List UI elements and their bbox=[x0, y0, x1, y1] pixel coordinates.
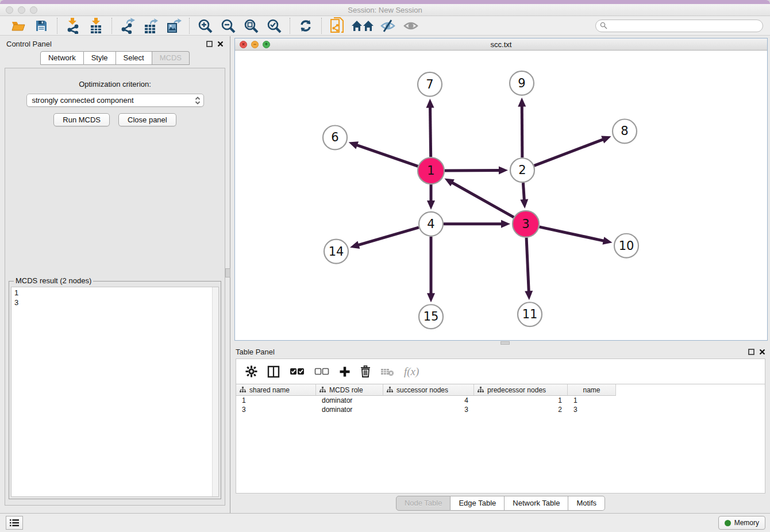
graph-edge[interactable] bbox=[526, 238, 529, 294]
import-network-button[interactable] bbox=[61, 17, 84, 34]
graph-edge[interactable] bbox=[539, 227, 605, 241]
mcds-panel: Optimization criterion: strongly connect… bbox=[5, 68, 225, 506]
column-header-shared-name[interactable]: shared name bbox=[236, 384, 316, 396]
result-scrollbar[interactable] bbox=[212, 287, 218, 496]
graph-edge-arrowhead bbox=[518, 98, 526, 107]
tab-select[interactable]: Select bbox=[116, 51, 152, 65]
memory-button[interactable]: Memory bbox=[718, 516, 765, 530]
graph-node-label: 8 bbox=[621, 124, 628, 138]
graph-edge[interactable] bbox=[430, 106, 430, 157]
table-cell[interactable]: 1 bbox=[236, 396, 316, 405]
graph-edge[interactable] bbox=[357, 228, 419, 245]
refresh-button[interactable] bbox=[294, 17, 317, 34]
horizontal-splitter-grip[interactable] bbox=[500, 341, 510, 345]
tab-edge-table[interactable]: Edge Table bbox=[451, 496, 505, 511]
network-canvas[interactable]: 1234678910111415 bbox=[235, 51, 767, 340]
table-cell[interactable]: 3 bbox=[568, 405, 616, 414]
hide-selected-button[interactable] bbox=[376, 17, 399, 34]
zoom-selected-button[interactable] bbox=[263, 17, 286, 34]
column-header-name[interactable]: name bbox=[568, 384, 616, 396]
network-minimize-button[interactable]: − bbox=[251, 41, 259, 48]
tab-mcds[interactable]: MCDS bbox=[152, 51, 190, 65]
graph-edge[interactable] bbox=[522, 105, 522, 158]
column-visibility-icon[interactable] bbox=[267, 365, 280, 378]
tab-style[interactable]: Style bbox=[84, 51, 116, 65]
column-header-MCDS-role[interactable]: MCDS role bbox=[316, 384, 383, 396]
column-header-successor-nodes[interactable]: successor nodes bbox=[383, 384, 474, 396]
run-mcds-button[interactable]: Run MCDS bbox=[53, 113, 110, 126]
delete-column-trash-icon[interactable] bbox=[360, 365, 371, 377]
close-panel-button[interactable]: Close panel bbox=[118, 113, 176, 126]
network-window-title: scc.txt bbox=[235, 38, 767, 51]
graph-edge[interactable] bbox=[445, 170, 501, 171]
task-history-button[interactable] bbox=[6, 516, 23, 530]
network-window-titlebar[interactable]: × − + scc.txt bbox=[235, 38, 767, 51]
table-cell[interactable]: 2 bbox=[474, 405, 568, 414]
tab-network[interactable]: Network bbox=[40, 51, 84, 65]
close-window-button[interactable] bbox=[6, 6, 13, 14]
optimization-criterion-dropdown[interactable]: strongly connected component bbox=[26, 94, 204, 107]
graph-edge[interactable] bbox=[355, 144, 418, 166]
network-maximize-button[interactable]: + bbox=[263, 41, 270, 48]
minimize-window-button[interactable] bbox=[18, 6, 25, 14]
panel-splitter-grip[interactable] bbox=[225, 268, 230, 277]
export-image-button[interactable] bbox=[162, 17, 185, 34]
titlebar[interactable]: Session: New Session bbox=[0, 4, 770, 16]
zoom-fit-icon bbox=[244, 18, 259, 33]
select-all-rows-icon[interactable] bbox=[290, 368, 305, 376]
export-network-button[interactable] bbox=[116, 17, 139, 34]
tab-network-table[interactable]: Network Table bbox=[505, 496, 568, 511]
graph-edge[interactable] bbox=[523, 183, 524, 202]
search-input[interactable] bbox=[610, 22, 759, 30]
zoom-window-button[interactable] bbox=[30, 6, 37, 14]
zoom-in-button[interactable] bbox=[194, 17, 217, 34]
network-graph[interactable]: 1234678910111415 bbox=[235, 51, 767, 340]
graph-edge[interactable] bbox=[451, 182, 514, 217]
first-neighbors-button[interactable] bbox=[349, 17, 376, 34]
show-all-button[interactable] bbox=[399, 17, 422, 34]
two-houses-icon bbox=[351, 20, 374, 32]
table-cell[interactable]: 3 bbox=[383, 405, 474, 414]
column-header-predecessor-nodes[interactable]: predecessor nodes bbox=[474, 384, 568, 396]
application-window: Session: New Session bbox=[0, 0, 770, 532]
graph-edge-arrowhead bbox=[601, 136, 611, 144]
table-cell[interactable]: dominator bbox=[316, 396, 383, 405]
table-settings-gear-icon[interactable] bbox=[245, 365, 257, 377]
status-bar: Memory bbox=[0, 513, 770, 532]
save-session-button[interactable] bbox=[30, 17, 53, 34]
graph-edge[interactable] bbox=[534, 139, 605, 166]
add-column-icon[interactable] bbox=[339, 366, 351, 377]
close-panel-icon[interactable] bbox=[759, 349, 765, 355]
table-row[interactable]: 3dominator323 bbox=[236, 405, 765, 414]
table-cell[interactable]: 3 bbox=[236, 405, 316, 414]
export-table-button[interactable] bbox=[139, 17, 162, 34]
import-table-button[interactable] bbox=[84, 17, 107, 34]
open-session-button[interactable] bbox=[7, 17, 30, 34]
optimization-criterion-label: Optimization criterion: bbox=[5, 80, 225, 88]
table-cell[interactable]: 1 bbox=[568, 396, 616, 405]
network-close-button[interactable]: × bbox=[240, 41, 247, 48]
zoom-fit-button[interactable] bbox=[240, 17, 263, 34]
search-icon bbox=[600, 22, 607, 29]
close-panel-icon[interactable] bbox=[217, 41, 224, 47]
graph-node-label: 4 bbox=[427, 217, 434, 231]
horizontal-splitter[interactable] bbox=[230, 341, 770, 345]
table-cell[interactable]: 1 bbox=[474, 396, 568, 405]
graph-edge-arrowhead bbox=[349, 141, 359, 149]
deselect-all-rows-icon[interactable] bbox=[314, 368, 329, 376]
mcds-result-textarea[interactable]: 13 bbox=[11, 287, 219, 497]
mcds-result-title: MCDS result (2 nodes) bbox=[14, 276, 93, 285]
table-cell[interactable]: 4 bbox=[383, 396, 474, 405]
global-search-field[interactable] bbox=[595, 20, 763, 32]
clone-network-button[interactable] bbox=[326, 17, 349, 34]
refresh-icon bbox=[299, 19, 313, 33]
float-panel-icon[interactable] bbox=[206, 41, 213, 47]
table-row[interactable]: 1dominator411 bbox=[236, 396, 765, 405]
tab-node-table[interactable]: Node Table bbox=[396, 496, 451, 511]
graph-edge-arrowhead bbox=[499, 166, 508, 174]
tab-motifs[interactable]: Motifs bbox=[568, 496, 605, 511]
zoom-out-button[interactable] bbox=[217, 17, 240, 34]
table-cell[interactable]: dominator bbox=[316, 405, 383, 414]
table-body: 1dominator4113dominator323 bbox=[236, 396, 765, 414]
float-panel-icon[interactable] bbox=[748, 349, 754, 355]
